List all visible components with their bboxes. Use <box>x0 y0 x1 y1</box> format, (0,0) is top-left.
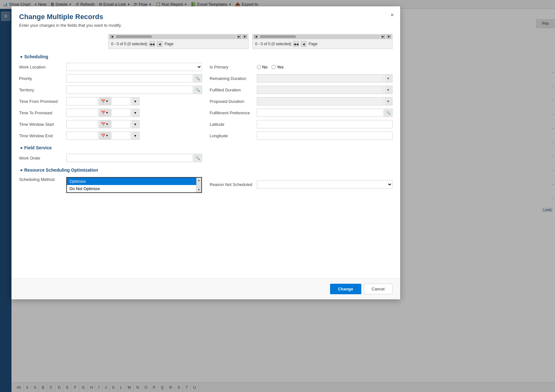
is-primary-yes-option[interactable]: Yes <box>271 65 284 69</box>
time-from-promised-time-input[interactable] <box>112 97 131 105</box>
priority-row: Priority 🔍 <box>19 74 202 83</box>
fulfilled-duration-control: ▼ <box>257 86 393 94</box>
scheduling-method-do-not-optimize-option[interactable]: Do Not Optimize <box>67 185 196 192</box>
calendar-icon-4: 📅 <box>101 134 105 138</box>
scheduling-method-scroll-down[interactable]: ▼ <box>198 188 200 191</box>
territory-search-icon: 🔍 <box>196 88 200 92</box>
grid2-scroll-thumb <box>260 35 296 38</box>
time-window-start-label: Time Window Start <box>19 122 64 127</box>
scheduling-form-grid: Work Location Is Primary No <box>19 62 393 140</box>
remaining-duration-dropdown[interactable]: ▼ <box>384 74 393 82</box>
time-window-end-time-input[interactable] <box>112 132 131 140</box>
time-to-promised-row: Time To Promised 📅 ▼ ▼ <box>19 108 202 117</box>
grid2-scroll-track[interactable] <box>260 35 379 38</box>
work-location-select[interactable] <box>66 63 202 71</box>
date-picker-chevron-2[interactable]: ▼ <box>106 111 109 114</box>
fulfillment-preference-lookup-btn[interactable]: 🔍 <box>384 109 393 117</box>
grid1-scroll-left[interactable]: ◄ <box>110 35 114 39</box>
grid2-prev-page[interactable]: ◀ <box>301 41 306 47</box>
dialog-close-button[interactable]: × <box>390 12 394 18</box>
grid2-scroll-down[interactable]: ▼ <box>386 35 391 39</box>
proposed-duration-input[interactable] <box>257 97 384 105</box>
time-window-end-label: Time Window End <box>19 133 64 138</box>
proposed-duration-dropdown[interactable]: ▼ <box>384 97 393 105</box>
time-to-promised-time-btn[interactable]: ▼ <box>131 109 140 117</box>
grid1-scrollbar[interactable]: ◄ ► ▼ <box>109 34 248 39</box>
grid2-scroll-right[interactable]: ► <box>381 35 385 39</box>
time-window-start-time-input[interactable] <box>112 120 131 128</box>
remaining-duration-input[interactable] <box>257 74 384 82</box>
grid2-page-label: Page <box>308 42 317 46</box>
scheduling-section-title: Scheduling <box>24 54 48 59</box>
priority-input[interactable] <box>66 74 193 82</box>
is-primary-yes-radio[interactable] <box>271 65 276 69</box>
work-order-input[interactable] <box>66 154 193 162</box>
grid1-scroll-right[interactable]: ► <box>237 35 241 39</box>
longitude-label: Longitude <box>210 133 254 138</box>
work-order-search-icon: 🔍 <box>196 156 200 160</box>
grid2-first-page[interactable]: ◀◀ <box>293 41 299 47</box>
work-location-row: Work Location <box>19 62 202 71</box>
scheduling-method-optimize-option[interactable]: Optimize <box>67 178 196 185</box>
fulfilled-duration-label: Fulfilled Duration <box>210 88 254 92</box>
fulfilled-duration-input[interactable] <box>257 86 384 94</box>
time-to-promised-date-input[interactable] <box>66 109 98 117</box>
fulfillment-preference-row: Fulfillment Preference 🔍 <box>210 108 393 117</box>
scheduling-collapse-icon[interactable]: ◄ <box>19 54 23 59</box>
date-picker-chevron-4[interactable]: ▼ <box>106 134 109 137</box>
fulfillment-preference-label: Fulfillment Preference <box>210 110 254 115</box>
date-picker-chevron-3[interactable]: ▼ <box>106 123 109 126</box>
fulfillment-search-icon: 🔍 <box>386 111 391 115</box>
scheduling-method-scrollbar: ▲ ▼ <box>196 178 201 192</box>
time-window-end-date-input[interactable] <box>66 132 98 140</box>
change-button[interactable]: Change <box>330 284 361 294</box>
work-order-control: 🔍 <box>66 154 202 162</box>
grid1-prev-page[interactable]: ◀ <box>157 41 162 47</box>
rso-section-title: Resource Scheduling Optimization <box>24 167 98 173</box>
grid2-scroll-left[interactable]: ◄ <box>254 35 258 39</box>
reason-not-scheduled-row: Reason Not Scheduled <box>210 176 393 193</box>
grid1-footer: 0 - 0 of 0 (0 selected) ◀◀ ◀ Page <box>109 39 248 49</box>
proposed-duration-control: ▼ <box>257 97 393 105</box>
calendar-icon-3: 📅 <box>101 122 105 126</box>
time-from-promised-date-input[interactable] <box>66 97 98 105</box>
time-window-end-calendar-btn[interactable]: 📅 ▼ <box>99 132 111 140</box>
cancel-button[interactable]: Cancel <box>364 284 393 294</box>
time-window-start-date-input[interactable] <box>66 120 98 128</box>
is-primary-no-option[interactable]: No <box>257 65 268 69</box>
latitude-input[interactable] <box>257 120 393 128</box>
fulfillment-preference-control: 🔍 <box>257 109 393 117</box>
scheduling-section-header: ◄ Scheduling <box>19 54 393 59</box>
field-service-collapse-icon[interactable]: ◄ <box>19 146 23 150</box>
grid1-scroll-down[interactable]: ▼ <box>242 35 247 39</box>
date-picker-chevron[interactable]: ▼ <box>106 100 109 103</box>
time-window-start-calendar-btn[interactable]: 📅 ▼ <box>99 120 111 128</box>
time-window-end-time-btn[interactable]: ▼ <box>131 132 140 140</box>
reason-not-scheduled-select[interactable] <box>257 180 393 189</box>
dialog-subtitle: Enter your changes in the fields that yo… <box>19 23 393 28</box>
time-window-start-time-btn[interactable]: ▼ <box>131 120 140 128</box>
time-to-promised-calendar-btn[interactable]: 📅 ▼ <box>99 109 111 117</box>
is-primary-no-radio[interactable] <box>257 65 261 69</box>
remaining-duration-row: Remaining Duration ▼ <box>210 74 393 83</box>
time-to-promised-control: 📅 ▼ ▼ <box>66 109 202 117</box>
territory-input[interactable] <box>66 86 193 94</box>
rso-collapse-icon[interactable]: ◄ <box>19 168 23 172</box>
fulfillment-preference-input[interactable] <box>257 109 384 117</box>
grid1-scroll-track[interactable] <box>116 35 235 38</box>
time-to-promised-time-input[interactable] <box>112 109 131 117</box>
fulfilled-duration-dropdown[interactable]: ▼ <box>384 86 393 94</box>
territory-lookup-btn[interactable]: 🔍 <box>194 86 202 94</box>
field-service-section-title: Field Service <box>24 145 52 150</box>
priority-lookup-btn[interactable]: 🔍 <box>194 74 202 82</box>
scheduling-method-scroll-up[interactable]: ▲ <box>198 179 200 182</box>
time-from-promised-time-btn[interactable]: ▼ <box>131 97 140 105</box>
grid1-pagination: 0 - 0 of 0 (0 selected) <box>111 42 147 46</box>
time-from-promised-calendar-btn[interactable]: 📅 ▼ <box>99 97 111 105</box>
is-primary-radio-group: No Yes <box>257 65 284 69</box>
work-order-lookup-btn[interactable]: 🔍 <box>194 154 202 162</box>
grid2-scrollbar[interactable]: ◄ ► ▼ <box>253 34 392 39</box>
longitude-input[interactable] <box>257 132 393 140</box>
grid2-pagination: 0 - 0 of 0 (0 selected) <box>255 42 291 46</box>
grid1-first-page[interactable]: ◀◀ <box>149 41 155 47</box>
